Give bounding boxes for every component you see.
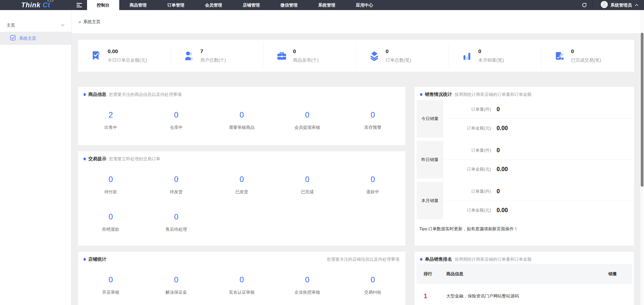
nav-item-console[interactable]: 控制台 [87,0,119,10]
briefcase-icon [276,50,288,62]
stat-card-month-sales: 0本月销量(笔) [449,40,541,72]
dashboard-page: 0.1.0 Think Ct 控制台 商品管理 订单管理 会员管理 店铺管理 微… [0,0,644,305]
panel-title: 销售情况统计 [425,91,452,97]
sidebar-item-system-home[interactable]: 系统主页 [0,32,71,45]
app-logo[interactable]: 0.1.0 Think Ct [0,0,71,10]
panel-title: 店铺统计 [88,256,106,262]
trade-alert-panel: 交易提示 您需要立即处理的交易订单 0待付款 0待发货 0已发货 0已完成 0退… [78,151,406,246]
main-menu: 控制台 商品管理 订单管理 会员管理 店铺管理 微信管理 系统管理 应用中心 [87,0,383,10]
refresh-icon[interactable] [576,0,592,10]
nav-item-orders[interactable]: 订单管理 [157,0,195,10]
stat-value: 0.00 [108,48,147,54]
stat-label: 商品发布(个) [293,57,319,63]
avatar [601,1,608,9]
stat-value: 0 [293,48,319,54]
sales-tips: Tips:订单数据实时更新，如有差漏请刷新页面操作！ [417,226,632,232]
column-header-sales: 销量 [594,271,632,277]
nav-item-system[interactable]: 系统管理 [308,0,346,10]
chevron-down-icon [61,23,65,28]
stat-card-total-orders: 0订单总数(笔) [356,40,449,72]
stat-label: 本月销量(笔) [478,57,504,63]
stat-label: 订单总数(笔) [386,57,411,63]
trade-stat-shipped: 0已发货 [209,175,274,212]
stat-label: 已完成交易(笔) [571,57,601,63]
trade-stat-completed: 0已完成 [274,175,340,212]
users-icon [183,50,195,62]
bar-chart-icon [461,50,473,62]
shop-stat-dispute: 0交易纠纷 [340,275,406,305]
goods-stat-warehouse: 0仓库中 [143,110,209,145]
stat-value: 7 [200,48,226,54]
stat-card-completed-trades: 0已完成交易(笔) [541,40,634,72]
bookmark-check-icon [91,50,102,62]
nav-item-shops[interactable]: 店铺管理 [232,0,270,10]
trade-stat-toship: 0待发货 [143,175,209,212]
shop-stat-unfreeze-deposit: 0解冻保证金 [143,275,209,305]
sidebar-group-home[interactable]: 主页 [0,19,71,32]
column-header-product: 商品信息 [446,271,594,277]
menu-fold-icon[interactable] [71,0,87,10]
layers-icon [369,50,380,62]
goods-info-panel: 商品信息 您需要关注的商品信息以及待处理事项 2出售中 0仓库中 0需要审核商品… [78,87,406,145]
logo-text-primary: Think [21,1,41,9]
trade-stat-unpaid: 0待付款 [78,175,143,212]
nav-item-members[interactable]: 会员管理 [195,0,232,10]
stat-card-users: 7用户总数(个) [171,40,263,72]
stat-value: 0 [478,48,504,54]
trade-stat-refunding: 0退款中 [340,175,406,212]
bullet-dot-icon [84,93,86,96]
product-name-link[interactable]: 大型金融，保险资讯门户网站整站源码 [446,293,594,299]
stat-value: 0 [571,48,601,54]
logo-text-accent: Ct [43,1,50,9]
sales-stats-panel: 销售情况统计 按周期统计商家店铺的订单量和订单金额 今日销量 订单量(件)0 订… [415,87,634,246]
user-name: 系统管理员 [611,2,632,8]
sales-group-month: 本月销量 订单量(件)0 订单金额(元)0.00 [417,182,632,219]
goods-stat-onsale: 2出售中 [78,110,143,145]
panel-subtitle: 按周期统计商家店铺的订单量和订单金额 [455,92,532,97]
main-content: 0.00今日订单总金额(元) 7用户总数(个) 0商品发布(个) 0订单总数(笔… [71,33,640,305]
vertical-scrollbar [640,10,644,305]
chevron-up-icon [635,3,638,7]
ranking-row: 1 大型金融，保险资讯门户网站整站源码 [417,284,632,305]
panel-title: 商品信息 [88,91,106,97]
sales-group-today: 今日销量 订单量(件)0 订单金额(元)0.00 [417,100,632,137]
sidebar: 主页 系统主页 [0,10,71,305]
stat-card-today-amount: 0.00今日订单总金额(元) [78,40,171,72]
document-edit-icon [554,50,566,62]
product-ranking-panel: 单品销售排名 按周期统计商家店铺的订单量和订单金额 排行 商品信息 销量 1 大… [415,252,634,305]
trade-stat-aftersale: 0售后待处理 [143,212,209,246]
bullet-dot-icon [84,158,86,160]
bullet-dot-icon [420,93,422,96]
shop-stat-license-review: 0企业执照审核 [274,275,340,305]
nav-item-wechat[interactable]: 微信管理 [270,0,308,10]
stats-band: 0.00今日订单总金额(元) 7用户总数(个) 0商品发布(个) 0订单总数(笔… [78,40,634,72]
stat-card-goods-published: 0商品发布(个) [263,40,356,72]
navbar-right: 系统管理员 [576,0,644,10]
nav-item-goods[interactable]: 商品管理 [119,0,157,10]
panel-grid: 商品信息 您需要关注的商品信息以及待处理事项 2出售中 0仓库中 0需要审核商品… [78,87,634,305]
version-label: 0.1.0 [47,0,53,2]
panel-title: 交易提示 [88,156,106,162]
bullet-dot-icon [420,258,422,261]
stat-value: 0 [386,48,411,54]
breadcrumb: » 系统主页 [71,10,640,33]
ranking-header-row: 排行 商品信息 销量 [417,264,632,284]
sales-group-yesterday: 昨日销量 订单量(件)0 订单金额(元)0.00 [417,141,632,178]
user-menu[interactable]: 系统管理员 [593,1,638,9]
shop-stats-panel: 店铺统计 您需要关注的店铺信息以及待处理事项 0开店审核 0解冻保证金 0实名认… [78,252,406,305]
checkbox-check-icon [10,35,16,42]
goods-stat-review: 0需要审核商品 [209,110,274,145]
ranking-table: 排行 商品信息 销量 1 大型金融，保险资讯门户网站整站源码 [417,264,632,305]
goods-stat-stock-warning: 0库存预警 [340,110,406,145]
shop-stat-realname-review: 0实名认证审核 [209,275,274,305]
stat-label: 用户总数(个) [200,57,226,63]
breadcrumb-separator-icon: » [78,19,81,24]
scrollbar-thumb[interactable] [641,33,643,187]
breadcrumb-current[interactable]: 系统主页 [83,19,100,25]
panel-subtitle: 您需要关注的店铺信息以及待处理事项 [327,256,399,262]
nav-item-appcenter[interactable]: 应用中心 [346,0,383,10]
panel-subtitle: 您需要立即处理的交易订单 [109,156,160,162]
column-header-rank: 排行 [417,271,446,277]
top-navbar: 0.1.0 Think Ct 控制台 商品管理 订单管理 会员管理 店铺管理 微… [0,0,644,10]
goods-stat-withdraw-review: 0会员提现审核 [274,110,340,145]
